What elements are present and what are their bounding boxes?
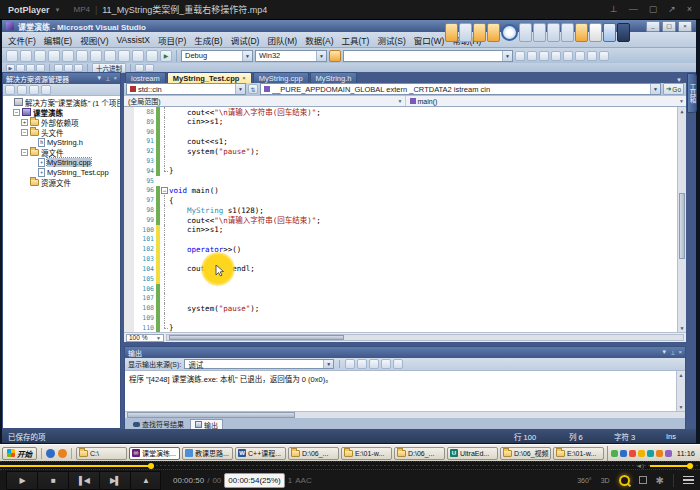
view-class-diagram-icon[interactable] [41, 85, 51, 95]
menu-item[interactable]: 调试(D) [227, 33, 264, 47]
indicator-margin[interactable] [124, 205, 134, 215]
quick-launch-icon[interactable] [58, 449, 67, 458]
refresh-icon[interactable] [29, 85, 39, 95]
code-line[interactable]: 95 [124, 176, 686, 186]
scrollbar-thumb[interactable] [169, 335, 344, 340]
annotation-tool-icon[interactable] [617, 23, 630, 42]
paste-icon[interactable] [90, 50, 102, 62]
output-horizontal-scrollbar[interactable] [125, 411, 685, 418]
close-icon[interactable]: × [242, 75, 246, 81]
tree-item[interactable]: −课堂演练 [3, 107, 120, 117]
toolbox-tab[interactable]: 工具箱 [687, 73, 697, 113]
taskbar-button[interactable]: 教课思路... [182, 447, 233, 460]
undo-icon[interactable] [104, 50, 116, 62]
code-line[interactable]: 94} [124, 166, 686, 176]
platform-combo[interactable]: Win32▼ [255, 50, 327, 62]
indicator-margin[interactable] [124, 186, 134, 196]
indicator-margin[interactable] [124, 323, 134, 332]
playlist-menu-icon[interactable] [683, 476, 694, 485]
open-button[interactable]: ▲ [130, 471, 161, 490]
code-line[interactable]: 90 [124, 127, 686, 137]
annotation-tool-icon[interactable] [533, 23, 546, 42]
indicator-margin[interactable] [124, 313, 134, 323]
taskbar-button[interactable]: WC++课程... [235, 447, 286, 460]
fullscreen-icon[interactable]: ↗ [668, 5, 676, 14]
indicator-margin[interactable] [124, 284, 134, 294]
indicator-margin[interactable] [124, 117, 134, 127]
volume-track[interactable] [650, 465, 690, 467]
save-all-icon[interactable] [48, 50, 60, 62]
pin-icon[interactable]: ⊥ [105, 75, 110, 82]
symbol-combo[interactable]: std::cin ▼ [126, 83, 246, 95]
open-file-icon[interactable] [20, 50, 32, 62]
goto-next-message-icon[interactable] [369, 359, 379, 369]
stop-button[interactable]: ■ [37, 471, 68, 490]
annotation-tool-icon[interactable] [473, 23, 486, 42]
properties-icon[interactable] [5, 85, 15, 95]
chevron-down-icon[interactable]: ▼ [679, 98, 686, 104]
restart-icon[interactable] [36, 64, 45, 72]
menu-item[interactable]: 测试(S) [373, 33, 409, 47]
tree-item[interactable]: −源文件 [3, 147, 120, 157]
menu-item[interactable]: 项目(P) [154, 33, 190, 47]
code-line[interactable]: 100 cin>>s1; [124, 225, 686, 235]
indicator-margin[interactable] [124, 293, 134, 303]
annotation-tool-icon[interactable] [445, 23, 458, 42]
chevron-down-icon[interactable]: ▼ [242, 51, 252, 61]
collapse-icon[interactable]: − [13, 109, 20, 116]
code-line[interactable]: 107 [124, 293, 686, 303]
tree-item[interactable]: +MyString.cpp [3, 157, 120, 167]
tray-icon[interactable] [638, 450, 645, 457]
play-button[interactable]: ▶ [6, 471, 37, 490]
find-message-icon[interactable] [345, 359, 355, 369]
player-titlebar[interactable]: PotPlayer ▼ MP4 | 11_MyString类案例_重载右移操作符… [0, 0, 700, 20]
code-line[interactable]: 109 [124, 313, 686, 323]
tree-item[interactable]: −头文件 [3, 127, 120, 137]
code-line[interactable]: 104 cout<<s1<<endl; [124, 264, 686, 274]
menu-item[interactable]: 团队(M) [263, 33, 301, 47]
extension-icon[interactable] [599, 51, 609, 61]
magnifier-highlight-icon[interactable] [619, 475, 630, 486]
indicator-margin[interactable] [124, 254, 134, 264]
next-button[interactable]: ▶▌ [99, 471, 130, 490]
scroll-down-icon[interactable]: ▼ [678, 324, 686, 332]
scroll-up-icon[interactable]: ▲ [677, 371, 685, 379]
navigate-back-icon[interactable] [132, 50, 144, 62]
code-line[interactable]: 101 [124, 235, 686, 245]
output-vertical-scrollbar[interactable]: ▲ ▼ [676, 371, 685, 411]
prev-button[interactable]: ▌◀ [68, 471, 99, 490]
output-header[interactable]: 输出 ▼ ⊥ × [125, 347, 685, 358]
output-content[interactable]: 程序 "[4248] 课堂演练.exe: 本机" 已退出，返回值为 0 (0x0… [125, 371, 685, 411]
tray-icon[interactable] [629, 450, 636, 457]
scope-combo[interactable]: (全局范围)▼ [124, 96, 406, 107]
indicator-margin[interactable] [124, 195, 134, 205]
object-browser-icon[interactable] [575, 51, 585, 61]
menu-item[interactable]: 数据(A) [301, 33, 337, 47]
navigate-forward-icon[interactable] [146, 50, 158, 62]
go-button[interactable]: ➔Go [663, 83, 684, 95]
pin-icon[interactable]: ⊥ [670, 349, 675, 356]
code-line[interactable]: 96void main() [124, 186, 686, 196]
code-line[interactable]: 99 cout<<"\n请输入字符串(回车结束)"; [124, 215, 686, 225]
indicator-margin[interactable] [124, 127, 134, 137]
video-area[interactable]: 课堂演练 - Microsoft Visual Studio _ ▢ × 文件(… [0, 20, 700, 461]
pause-icon[interactable] [16, 64, 25, 72]
device-output-icon[interactable] [639, 476, 647, 484]
chevron-down-icon[interactable]: ▼ [235, 84, 245, 94]
taskbar-button[interactable]: E:\01-w... [341, 447, 392, 460]
indicator-margin[interactable] [124, 156, 134, 166]
code-line[interactable]: 89 cin>>s1; [124, 117, 686, 127]
code-line[interactable]: 93 [124, 156, 686, 166]
taskbar-button[interactable]: D:\06_... [288, 447, 339, 460]
settings-gear-icon[interactable]: ✱ [656, 475, 664, 486]
tab-MyString_Test.cpp[interactable]: MyString_Test.cpp× [167, 72, 252, 83]
code-line[interactable]: 92 system("pause"); [124, 146, 686, 156]
fold-collapse-icon[interactable] [160, 186, 169, 196]
properties-icon[interactable] [539, 51, 549, 61]
editor-horizontal-scrollbar[interactable] [166, 334, 684, 341]
error-list-icon[interactable] [587, 51, 597, 61]
panel-tab-输出[interactable]: 输出 [190, 419, 223, 429]
scrollbar-thumb[interactable] [127, 412, 295, 418]
menu-item[interactable]: 生成(B) [190, 33, 226, 47]
tab-iostream[interactable]: iostream [125, 72, 166, 83]
